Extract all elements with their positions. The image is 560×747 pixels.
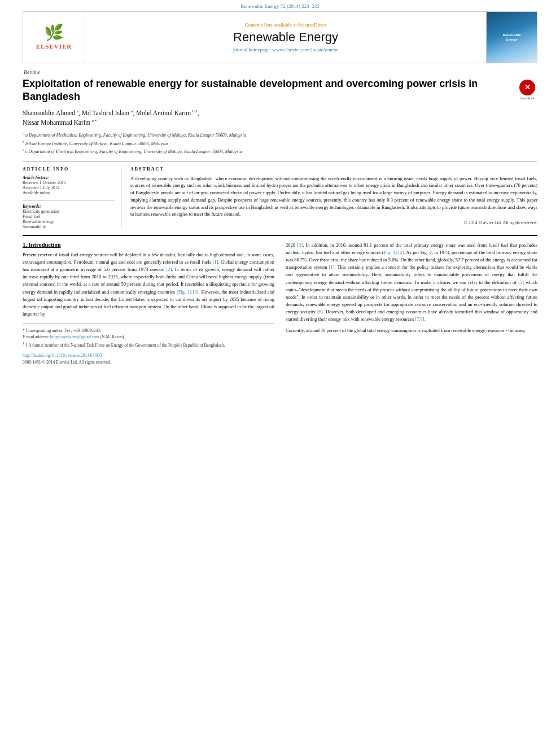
elsevier-brand: ELSEVIER — [36, 43, 72, 50]
ref4: [4] — [398, 250, 404, 255]
issn-line: 0960-1481/© 2014 Elsevier Ltd. All right… — [23, 359, 274, 365]
ref78: [7,8] — [415, 316, 424, 322]
accepted-date: Accepted 1 July 2014 — [23, 185, 115, 190]
keyword-1: Electricity generation — [23, 209, 115, 214]
body-left-col: 1. Introduction Present reserve of fossi… — [23, 242, 274, 365]
body-right-text1: 2020 [3]. In addition, in 2010, around 8… — [286, 242, 537, 324]
section1-title: 1. Introduction — [23, 242, 274, 248]
affiliations: a a Department of Mechanical Engineering… — [23, 131, 537, 155]
info-abstract-section: ARTICLE INFO Article history: Received 1… — [23, 161, 537, 229]
authors: Shamsuddin Ahmed a, Md Tasbirul Islam a,… — [23, 108, 537, 128]
fig2-ref1: Fig. 2 — [384, 250, 395, 255]
article-title-row: Exploitation of renewable energy for sus… — [23, 77, 537, 104]
abstract-copyright: © 2014 Elsevier Ltd. All rights reserved… — [130, 220, 537, 225]
journal-title: Renewable Energy — [233, 30, 338, 45]
keyword-4: Sustainability — [23, 224, 115, 229]
affiliation-b: b b Asia Europe Institute, University of… — [23, 139, 537, 147]
crossmark-icon: ✕ — [519, 80, 535, 95]
sciencedirect-link: Contents lists available at ScienceDirec… — [245, 22, 327, 28]
fig1-ref: Fig. 1 — [178, 289, 190, 295]
keywords-section: Keywords: Electricity generation Fossil … — [23, 204, 115, 229]
ref3b: [3] — [297, 242, 303, 248]
article-info-column: ARTICLE INFO Article history: Received 1… — [23, 167, 121, 229]
doi-link[interactable]: http://dx.doi.org/10.1016/j.renene.2014.… — [23, 353, 102, 358]
affiliation-c: c c Department of Electrical Engineering… — [23, 147, 537, 155]
received-date: Received 1 October 2013 — [23, 180, 115, 185]
body-left-text1: Present reserve of fossil fuel energy so… — [23, 251, 274, 318]
divider — [23, 200, 115, 200]
ref6: [6] — [317, 309, 323, 314]
footnote-corresponding: * Corresponding author. Tel.; +60 169695… — [23, 327, 274, 334]
ref1b: [1] — [329, 264, 335, 270]
available-online: Available online — [23, 190, 115, 195]
keywords-label: Keywords: — [23, 204, 115, 209]
body-two-col: 1. Introduction Present reserve of fossi… — [23, 242, 537, 365]
thumbnail-title: Renewable Energy — [502, 33, 521, 42]
journal-top-link: Renewable Energy 72 (2014) 223–235 — [0, 0, 560, 11]
elsevier-logo: 🌿 ELSEVIER — [23, 12, 85, 63]
ref3: [3] — [193, 289, 199, 295]
article-info-heading: ARTICLE INFO — [23, 167, 115, 172]
elsevier-tree-icon: 🌿 — [44, 25, 64, 41]
ref2: [2] — [166, 267, 172, 272]
affiliation-a: a a Department of Mechanical Engineering… — [23, 131, 537, 139]
footnote-email-link[interactable]: kingnissarkarim@gmail.com — [50, 334, 99, 339]
abstract-column: ABSTRACT A developing country such as Ba… — [130, 167, 537, 229]
journal-center: Contents lists available at ScienceDirec… — [85, 12, 486, 63]
crossmark-badge: ✕ CrossMark — [517, 80, 537, 100]
journal-thumbnail: Renewable Energy — [486, 12, 537, 63]
journal-header: 🌿 ELSEVIER Contents lists available at S… — [23, 11, 537, 63]
history-label: Article history: — [23, 175, 115, 180]
article-title: Exploitation of renewable energy for sus… — [23, 77, 511, 104]
abstract-text: A developing country such as Bangladesh,… — [130, 175, 537, 219]
footnote-area: * Corresponding author. Tel.; +60 169695… — [23, 324, 274, 348]
keyword-3: Renewable energy — [23, 219, 115, 224]
abstract-heading: ABSTRACT — [130, 167, 537, 172]
body-right-col: 2020 [3]. In addition, in 2010, around 8… — [286, 242, 537, 365]
journal-homepage: journal homepage: www.elsevier.com/locat… — [233, 47, 338, 53]
ref5: [5] — [518, 279, 524, 285]
bottom-doi: http://dx.doi.org/10.1016/j.renene.2014.… — [23, 352, 274, 365]
section-type-label: Review — [23, 69, 537, 75]
crossmark-label: CrossMark — [520, 97, 535, 100]
footnote-email: E-mail address: kingnissarkarim@gmail.co… — [23, 334, 274, 340]
body-right-text2: Currently, around 18 percent of the glob… — [286, 327, 537, 334]
body-section: 1. Introduction Present reserve of fossi… — [23, 235, 537, 365]
ref1: [1] — [212, 259, 218, 265]
keyword-2: Fossil fuel — [23, 214, 115, 219]
main-content: Review Exploitation of renewable energy … — [23, 63, 537, 371]
footnote-1: 1 1 A former member of the National Task… — [23, 340, 274, 348]
article-history: Article history: Received 1 October 2013… — [23, 175, 115, 195]
